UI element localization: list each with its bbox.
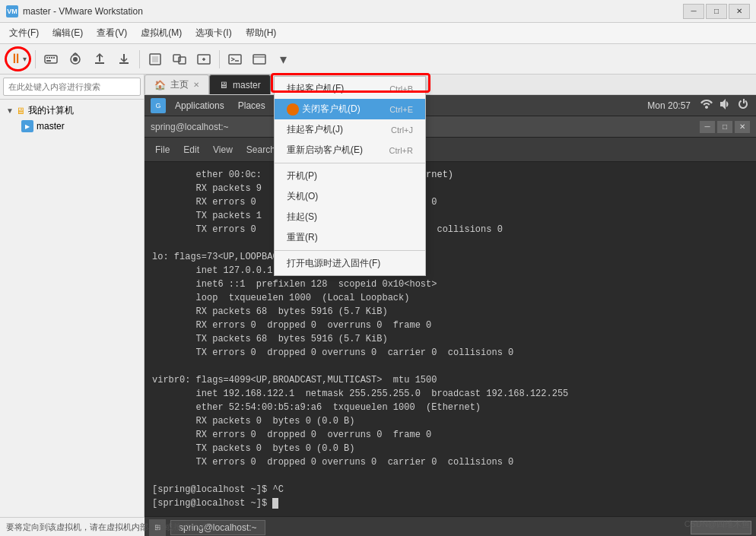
- sound-icon[interactable]: [718, 97, 732, 113]
- menu-reset[interactable]: 重置(R): [275, 227, 425, 248]
- tree-children: ▶ master: [3, 119, 141, 134]
- stretch-button[interactable]: [192, 47, 215, 71]
- terminal[interactable]: ether 00:0c: (Ethernet) RX packets 9 RX …: [145, 162, 756, 516]
- terminal-line-0: ether 00:0c: (Ethernet): [152, 168, 748, 182]
- network-icon[interactable]: [700, 97, 713, 113]
- menu-restart-guest[interactable]: 重新启动客户机(E) Ctrl+R: [275, 140, 425, 160]
- terminal-line-1: RX packets 9: [152, 182, 748, 195]
- upload-icon: [92, 52, 107, 67]
- svg-rect-5: [46, 60, 51, 62]
- places-nav[interactable]: Places: [233, 99, 270, 113]
- power-icon[interactable]: [736, 97, 750, 113]
- fullscreen-icon: [148, 52, 163, 67]
- settings-button[interactable]: [248, 47, 271, 71]
- terminal-line-8: inet6 ::1 prefixlen 128 scopeid 0x10<hos…: [152, 278, 748, 291]
- toolbar: ⏸ ▾: [0, 44, 756, 75]
- snapshot-button[interactable]: [64, 47, 87, 71]
- more-icon: ▾: [280, 51, 287, 68]
- suspend-label: 挂起客户机(F): [287, 82, 344, 95]
- suspend-s-label: 挂起(S): [287, 211, 317, 224]
- terminal-line-2: RX errors 0 e 0: [152, 195, 748, 209]
- terminal-line-17: ether 52:54:00:b5:a9:a6 txqueuelen 1000 …: [152, 401, 748, 414]
- guest-os-container: G Applications Places Mon 20:57: [145, 95, 756, 536]
- terminal-line-11: RX errors 0 dropped 0 overruns 0 frame 0: [152, 319, 748, 332]
- vm-maximize-button[interactable]: □: [717, 121, 732, 133]
- menu-power-off[interactable]: 关机(O): [275, 186, 425, 207]
- tab-home-close[interactable]: ✕: [193, 81, 199, 89]
- svg-rect-0: [45, 56, 57, 63]
- svg-rect-9: [152, 56, 158, 62]
- guest-menu-view[interactable]: View: [207, 142, 239, 157]
- menu-suspend-guest[interactable]: 挂起客户机(F) Ctrl+B: [275, 78, 425, 99]
- pause-button-group[interactable]: ⏸ ▾: [5, 46, 31, 71]
- guest-menu-file[interactable]: File: [149, 142, 176, 157]
- vm-dropdown-menu: 挂起客户机(F) Ctrl+B 关闭客户机(D) Ctrl+E 挂起客户机(J)…: [274, 76, 426, 276]
- firmware-label: 打开电源时进入固件(F): [287, 257, 380, 270]
- window-view-button[interactable]: [168, 47, 191, 71]
- shutdown-shortcut: Ctrl+E: [389, 105, 413, 114]
- dropdown-arrow[interactable]: ▾: [23, 55, 27, 63]
- power-on-label: 开机(P): [287, 170, 317, 182]
- vm-minimize-button[interactable]: ─: [700, 121, 715, 133]
- close-button[interactable]: ✕: [729, 4, 750, 19]
- menu-shutdown-guest[interactable]: 关闭客户机(D) Ctrl+E: [275, 99, 425, 119]
- menu-help[interactable]: 帮助(H): [240, 24, 283, 42]
- menu-edit[interactable]: 编辑(E): [46, 24, 89, 42]
- menu-suspend-j[interactable]: 挂起客户机(J) Ctrl+J: [275, 119, 425, 140]
- terminal-line-9: loop txqueuelen 1000 (Local Loopback): [152, 291, 748, 305]
- menu-file[interactable]: 文件(F): [3, 24, 45, 42]
- search-input[interactable]: [3, 78, 141, 96]
- toolbar-separator-2: [139, 50, 140, 68]
- keyboard-icon: [43, 52, 59, 67]
- tree-my-computer[interactable]: ▼ 🖥 我的计算机: [3, 103, 141, 119]
- guest-app-bar: G Applications Places Mon 20:57: [145, 95, 756, 116]
- maximize-button[interactable]: □: [706, 4, 727, 19]
- menu-suspend[interactable]: 挂起(S): [275, 207, 425, 227]
- toolbar-separator-1: [35, 50, 36, 68]
- left-panel: ▼ 🖥 我的计算机 ▶ master: [0, 75, 145, 517]
- right-area: 🏠 主页 ✕ 🖥 master G Applications Places Mo…: [145, 75, 756, 517]
- guest-menu-edit[interactable]: Edit: [177, 142, 205, 157]
- shutdown-icon: [287, 103, 299, 116]
- restart-shortcut: Ctrl+R: [389, 146, 413, 155]
- snapshot-icon: [68, 52, 83, 67]
- menu-power-on[interactable]: 开机(P): [275, 166, 425, 186]
- vm-icon: ▶: [21, 120, 33, 132]
- title-bar-text: master - VMware Workstation: [23, 6, 143, 17]
- tree-item-master[interactable]: ▶ master: [18, 119, 141, 134]
- menu-firmware[interactable]: 打开电源时进入固件(F): [275, 253, 425, 274]
- home-icon: 🏠: [154, 80, 166, 90]
- svg-rect-2: [49, 57, 50, 59]
- minimize-button[interactable]: ─: [683, 4, 704, 19]
- more-button[interactable]: ▾: [272, 47, 294, 71]
- menu-vm[interactable]: 虚拟机(M): [135, 24, 188, 42]
- terminal-line-15: virbr0: flags=4099<UP,BROADCAST,MULTICAS…: [152, 373, 748, 387]
- menu-view[interactable]: 查看(V): [91, 24, 133, 42]
- tree-master-label: master: [37, 121, 65, 132]
- vm-close-button[interactable]: ✕: [735, 121, 750, 133]
- title-bar-left: VM master - VMware Workstation: [6, 5, 143, 17]
- terminal-line-6: lo: flags=73<UP,LOOPBACK,RUNNING> mtu 65…: [152, 250, 748, 264]
- vm-window-controls: ─ □ ✕: [700, 121, 750, 133]
- toolbar-separator-3: [219, 50, 220, 68]
- reset-label: 重置(R): [287, 231, 318, 244]
- terminal-line-12: TX packets 68 bytes 5916 (5.7 KiB): [152, 332, 748, 346]
- send-ctrl-alt-del-button[interactable]: [40, 47, 62, 71]
- restart-label: 重新启动客户机(E): [287, 144, 363, 157]
- folder-icon: 🖥: [16, 106, 25, 116]
- upload-button[interactable]: [88, 47, 111, 71]
- tab-master[interactable]: 🖥 master: [209, 75, 271, 94]
- terminal-button[interactable]: [224, 47, 246, 71]
- tab-home[interactable]: 🏠 主页 ✕: [145, 75, 209, 94]
- applications-nav[interactable]: Applications: [170, 99, 229, 113]
- tab-bar: 🏠 主页 ✕ 🖥 master: [145, 75, 756, 95]
- terminal-line-22: [152, 469, 748, 483]
- menu-tabs[interactable]: 选项卡(I): [189, 24, 237, 42]
- download-button[interactable]: [113, 47, 135, 71]
- guest-taskbar: ⊞ spring@localhost:~: [145, 516, 756, 536]
- pause-icon[interactable]: ⏸: [9, 51, 23, 67]
- menu-bar: 文件(F) 编辑(E) 查看(V) 虚拟机(M) 选项卡(I) 帮助(H): [0, 23, 756, 44]
- clock: Mon 20:57: [643, 99, 695, 113]
- full-screen-button[interactable]: [144, 47, 167, 71]
- terminal-icon: [227, 52, 243, 67]
